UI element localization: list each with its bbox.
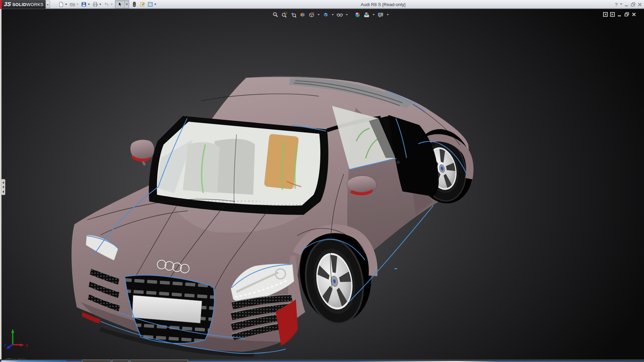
magnifier-area-icon xyxy=(281,12,287,18)
options-button[interactable] xyxy=(146,1,154,8)
graphics-viewport[interactable]: x z *Dimetric xyxy=(0,9,644,359)
collapse-arrow-icon xyxy=(2,186,4,188)
minimize-button[interactable] xyxy=(625,2,629,7)
doc-minimize-button[interactable] xyxy=(617,12,622,17)
display-style-button[interactable] xyxy=(322,11,329,18)
doc-close-button[interactable] xyxy=(632,12,636,17)
pane-left-icon[interactable] xyxy=(603,12,608,17)
print-dropdown-caret[interactable] xyxy=(99,4,101,5)
y-axis-arrow xyxy=(11,329,14,333)
solidworks-logo: 3S SOLIDWORKS xyxy=(0,0,46,9)
titlebar: 3S SOLIDWORKS ▸ xyxy=(0,0,644,9)
taskbar-button-top[interactable] xyxy=(82,360,111,362)
x-axis-label: x xyxy=(25,343,28,348)
hide-show-items-button[interactable] xyxy=(336,11,343,18)
edit-appearance-button[interactable] xyxy=(354,11,361,18)
orientation-triad[interactable]: x z xyxy=(3,326,40,359)
section-view-button[interactable] xyxy=(299,11,306,18)
select-dropdown[interactable] xyxy=(124,1,129,8)
open-folder-icon xyxy=(70,2,75,7)
doc-restore-button[interactable] xyxy=(624,12,629,17)
os-taskbar-edge xyxy=(0,359,644,362)
save-dropdown-caret[interactable] xyxy=(88,4,90,5)
new-document-icon xyxy=(58,2,64,7)
previous-view-button[interactable] xyxy=(290,11,297,18)
view-settings-caret[interactable] xyxy=(387,14,389,15)
document-title: Audi R8 S [Read-only] xyxy=(361,2,406,7)
heads-up-view-toolbar xyxy=(272,11,389,18)
new-document-button[interactable] xyxy=(57,1,65,8)
open-dropdown-caret[interactable] xyxy=(76,4,78,5)
taskbar-button-top[interactable] xyxy=(112,360,129,362)
main-toolbar xyxy=(57,1,158,8)
close-button[interactable] xyxy=(638,2,642,7)
select-button[interactable] xyxy=(115,1,124,8)
sketch-point-mark xyxy=(394,268,397,269)
undo-dropdown-caret[interactable] xyxy=(111,4,113,5)
logo-wordmark: SOLIDWORKS xyxy=(12,2,44,7)
logo-red-accent xyxy=(0,0,2,9)
undo-button[interactable] xyxy=(103,1,111,8)
options-dropdown-caret[interactable] xyxy=(154,4,156,5)
toolbar-flyout-button[interactable]: ▸ xyxy=(46,1,50,8)
open-button[interactable] xyxy=(68,1,76,8)
magnifier-back-icon xyxy=(290,12,297,18)
help-button[interactable]: ? xyxy=(615,2,618,7)
taskbar-button-top[interactable] xyxy=(130,360,188,362)
note-pencil-icon xyxy=(140,2,145,7)
rebuild-button[interactable] xyxy=(130,1,138,8)
select-tool-group xyxy=(115,0,129,8)
panel-splitter-handle[interactable] xyxy=(1,179,5,195)
print-button[interactable] xyxy=(91,1,99,8)
view-settings-button[interactable] xyxy=(377,11,384,18)
save-button[interactable] xyxy=(80,1,88,8)
z-axis-label: z xyxy=(4,343,6,347)
save-floppy-icon xyxy=(81,2,87,7)
taskbar-active-button-top[interactable] xyxy=(1,360,66,362)
select-cursor-icon xyxy=(117,2,122,7)
magnifier-fit-icon xyxy=(272,12,278,18)
apply-scene-button[interactable] xyxy=(363,11,370,18)
view-orientation-caret[interactable] xyxy=(318,14,320,15)
car-model-audi-r8[interactable] xyxy=(0,9,644,359)
apply-scene-caret[interactable] xyxy=(373,14,375,15)
door-handle-button xyxy=(397,161,399,164)
options-checklist-icon xyxy=(148,2,153,7)
left-mirror xyxy=(130,140,154,165)
monitor-pencil-icon xyxy=(378,12,384,18)
x-axis-arrow xyxy=(20,344,24,347)
zoom-to-fit-button[interactable] xyxy=(272,11,279,18)
view-orientation-button[interactable] xyxy=(308,11,315,18)
app-window-controls: ? xyxy=(615,0,642,9)
view-orientation-label: *Dimetric xyxy=(5,357,26,359)
help-dropdown-caret[interactable] xyxy=(620,3,623,5)
view-cube-arrow-icon xyxy=(309,12,315,18)
new-dropdown-caret[interactable] xyxy=(65,4,67,5)
collapse-arrow-icon xyxy=(2,190,4,193)
zoom-to-area-button[interactable] xyxy=(281,11,288,18)
scene-ball-icon xyxy=(364,12,370,18)
display-style-caret[interactable] xyxy=(332,14,334,15)
shaded-cube-icon xyxy=(323,12,329,18)
collapse-arrow-icon xyxy=(2,181,4,184)
document-window-controls xyxy=(603,12,636,17)
eyeglasses-icon xyxy=(336,12,343,18)
file-properties-button[interactable] xyxy=(138,1,146,8)
print-icon xyxy=(93,2,98,7)
color-ball-icon xyxy=(355,12,361,18)
hide-show-caret[interactable] xyxy=(346,14,348,15)
solidworks-app: 3S SOLIDWORKS ▸ xyxy=(0,0,644,362)
undo-arrow-icon xyxy=(104,2,109,7)
pane-right-icon[interactable] xyxy=(610,12,615,17)
traffic-light-icon xyxy=(131,2,137,7)
section-cut-icon xyxy=(300,12,306,18)
restore-button[interactable] xyxy=(631,2,636,7)
logo-3s-glyph: 3S xyxy=(4,1,12,8)
